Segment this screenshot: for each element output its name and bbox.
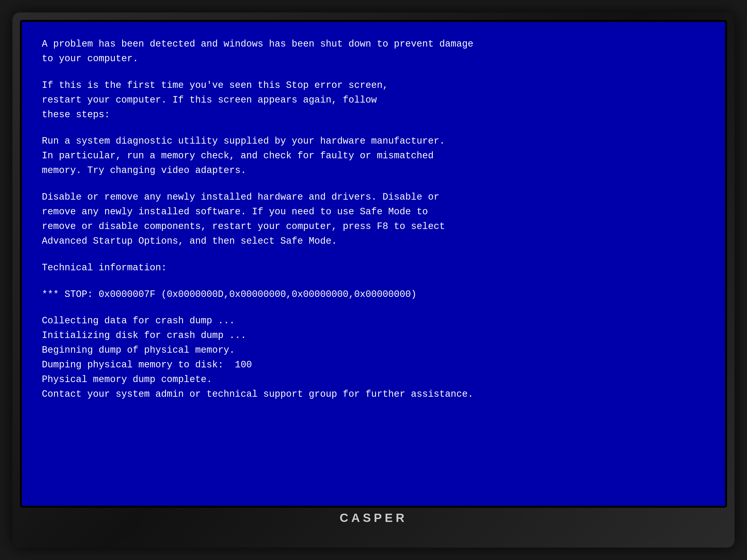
bsod-stop-code: *** STOP: 0x0000007F (0x0000000D,0x00000… <box>42 287 705 302</box>
bsod-paragraph2: If this is the first time you've seen th… <box>42 78 705 122</box>
bsod-screen: A problem has been detected and windows … <box>22 22 725 506</box>
monitor-brand-label: CASPER <box>340 511 407 525</box>
monitor-bottom: CASPER <box>20 508 727 528</box>
monitor: A problem has been detected and windows … <box>12 12 735 548</box>
bsod-paragraph4: Disable or remove any newly installed ha… <box>42 190 705 249</box>
bsod-technical-header: Technical information: <box>42 261 705 275</box>
bsod-paragraph3: Run a system diagnostic utility supplied… <box>42 134 705 178</box>
bsod-dump-lines: Collecting data for crash dump ... Initi… <box>42 314 705 401</box>
screen-bezel: A problem has been detected and windows … <box>20 20 727 508</box>
bsod-paragraph1: A problem has been detected and windows … <box>42 37 705 66</box>
